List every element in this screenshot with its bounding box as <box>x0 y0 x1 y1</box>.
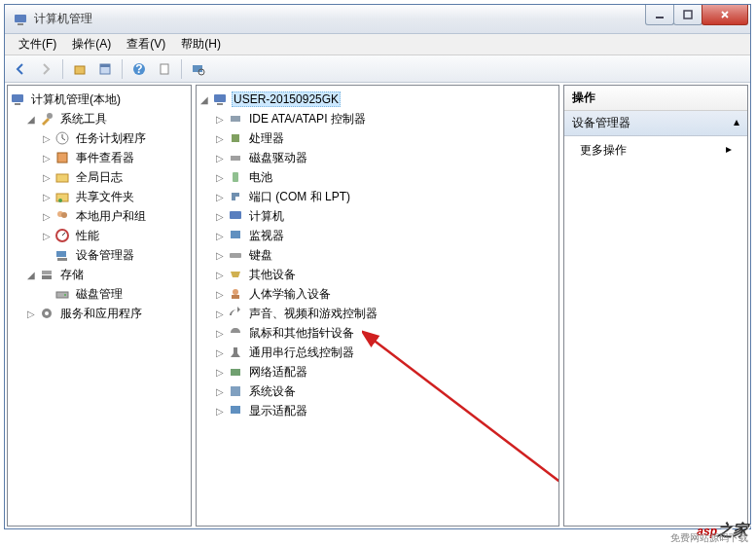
device-tree-panel: ◢ USER-20150925GK ▷IDE ATA/ATAPI 控制器▷处理器… <box>196 85 559 527</box>
svg-rect-16 <box>57 153 67 163</box>
device-category[interactable]: ▷网络适配器 <box>198 362 557 382</box>
svg-rect-1 <box>18 23 23 25</box>
book-icon <box>54 150 70 165</box>
svg-point-14 <box>47 113 53 119</box>
tree-event-viewer[interactable]: ▷ 事件查看器 <box>10 148 189 167</box>
svg-rect-24 <box>57 258 67 261</box>
svg-rect-27 <box>56 292 68 298</box>
device-category[interactable]: ▷键盘 <box>198 245 557 265</box>
tree-services[interactable]: ▷ 服务和应用程序 <box>10 304 189 323</box>
actions-subheader[interactable]: 设备管理器 ▴ <box>564 111 747 136</box>
expand-icon[interactable]: ▷ <box>214 327 226 339</box>
device-icon <box>54 247 70 263</box>
menubar: 文件(F) 操作(A) 查看(V) 帮助(H) <box>5 34 750 55</box>
tree-storage[interactable]: ◢ 存储 <box>10 265 189 284</box>
expand-icon[interactable]: ▷ <box>214 385 226 397</box>
svg-rect-18 <box>56 194 68 201</box>
category-icon <box>228 150 243 165</box>
category-icon <box>228 247 243 263</box>
tree-root[interactable]: 计算机管理(本地) <box>10 90 189 109</box>
expand-icon[interactable]: ▷ <box>41 152 53 164</box>
tree-local-users[interactable]: ▷ 本地用户和组 <box>10 206 189 226</box>
clock-icon <box>54 130 70 146</box>
computer-icon <box>10 91 25 107</box>
chevron-right-icon: ▸ <box>726 142 732 159</box>
svg-rect-38 <box>231 231 240 238</box>
expand-icon[interactable]: ▷ <box>214 152 226 164</box>
category-icon <box>228 325 243 341</box>
device-category[interactable]: ▷计算机 <box>198 206 557 226</box>
tree-device-manager[interactable]: ▷ 设备管理器 <box>10 245 189 265</box>
device-root[interactable]: ◢ USER-20150925GK <box>198 90 557 109</box>
expand-icon[interactable]: ▷ <box>41 191 53 202</box>
device-category[interactable]: ▷鼠标和其他指针设备 <box>198 323 557 343</box>
expand-icon[interactable]: ▷ <box>41 230 53 241</box>
category-icon <box>228 267 243 282</box>
minimize-button[interactable] <box>645 5 674 25</box>
expand-icon[interactable]: ▷ <box>214 249 226 261</box>
expand-icon[interactable]: ▷ <box>41 132 53 144</box>
expand-icon[interactable]: ▷ <box>214 308 226 319</box>
device-category[interactable]: ▷磁盘驱动器 <box>198 148 557 167</box>
collapse-icon[interactable]: ◢ <box>198 93 210 105</box>
menu-help[interactable]: 帮助(H) <box>173 34 229 54</box>
collapse-icon[interactable]: ◢ <box>25 113 37 125</box>
menu-action[interactable]: 操作(A) <box>64 34 119 54</box>
tree-shared-folders[interactable]: ▷ 共享文件夹 <box>10 187 189 206</box>
svg-rect-10 <box>193 65 202 72</box>
tree-task-scheduler[interactable]: ▷ 任务计划程序 <box>10 128 189 148</box>
expand-icon[interactable]: ▷ <box>214 366 226 378</box>
expand-icon[interactable]: ▷ <box>214 405 226 417</box>
expand-icon[interactable]: ▷ <box>214 132 226 144</box>
expand-icon[interactable]: ▷ <box>214 346 226 358</box>
svg-rect-32 <box>217 103 223 105</box>
expand-icon[interactable]: ▷ <box>214 269 226 280</box>
actions-panel: 操作 设备管理器 ▴ 更多操作 ▸ <box>563 85 748 527</box>
tree-global-log[interactable]: ▷ 全局日志 <box>10 167 189 187</box>
expand-icon[interactable]: ▷ <box>25 308 37 319</box>
device-category[interactable]: ▷其他设备 <box>198 265 557 284</box>
menu-view[interactable]: 查看(V) <box>119 34 173 54</box>
device-category[interactable]: ▷系统设备 <box>198 382 557 401</box>
device-category[interactable]: ▷显示适配器 <box>198 401 557 420</box>
more-actions-item[interactable]: 更多操作 ▸ <box>564 136 747 164</box>
svg-rect-37 <box>230 211 241 219</box>
navigation-panel: 计算机管理(本地) ◢ 系统工具 ▷ 任务计划程序 ▷ 事件查看器 ▷ 全局日志 <box>7 85 192 527</box>
forward-button[interactable] <box>34 57 57 81</box>
expand-icon[interactable]: ▷ <box>214 191 226 202</box>
scan-button[interactable] <box>187 57 210 81</box>
collapse-arrow-icon: ▴ <box>734 115 739 131</box>
device-category[interactable]: ▷端口 (COM 和 LPT) <box>198 187 557 206</box>
expand-icon[interactable]: ▷ <box>214 171 226 183</box>
toolbar-separator <box>181 59 182 79</box>
properties-button[interactable] <box>93 57 117 81</box>
svg-text:?: ? <box>135 62 142 76</box>
maximize-button[interactable] <box>673 5 702 25</box>
help-button[interactable]: ? <box>127 57 151 81</box>
device-category[interactable]: ▷通用串行总线控制器 <box>198 343 557 362</box>
expand-icon[interactable]: ▷ <box>214 210 226 222</box>
svg-rect-6 <box>100 64 110 67</box>
expand-icon[interactable]: ▷ <box>214 113 226 125</box>
device-category[interactable]: ▷IDE ATA/ATAPI 控制器 <box>198 109 557 128</box>
up-button[interactable] <box>68 57 91 81</box>
device-category[interactable]: ▷处理器 <box>198 128 557 148</box>
expand-icon[interactable]: ▷ <box>41 210 53 222</box>
menu-file[interactable]: 文件(F) <box>11 34 64 54</box>
collapse-icon[interactable]: ◢ <box>25 269 37 280</box>
back-button[interactable] <box>9 57 32 81</box>
toolbar-separator <box>62 59 63 79</box>
device-category[interactable]: ▷监视器 <box>198 226 557 245</box>
watermark-sub: 免费网站源码下载 <box>670 531 748 545</box>
refresh-button[interactable] <box>153 57 176 81</box>
device-category[interactable]: ▷人体学输入设备 <box>198 284 557 304</box>
tree-system-tools[interactable]: ◢ 系统工具 <box>10 109 189 128</box>
expand-icon[interactable]: ▷ <box>41 171 53 183</box>
device-category[interactable]: ▷声音、视频和游戏控制器 <box>198 304 557 323</box>
close-button[interactable] <box>702 5 748 25</box>
tree-disk-management[interactable]: ▷ 磁盘管理 <box>10 284 189 304</box>
tree-performance[interactable]: ▷ 性能 <box>10 226 189 245</box>
expand-icon[interactable]: ▷ <box>214 230 226 241</box>
device-category[interactable]: ▷电池 <box>198 167 557 187</box>
expand-icon[interactable]: ▷ <box>214 288 226 300</box>
